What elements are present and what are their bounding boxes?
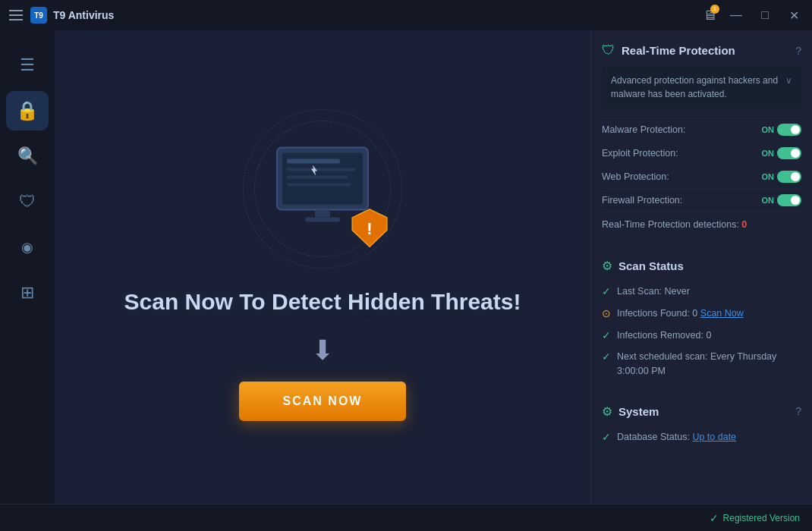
realtime-title: Real-Time Protection: [622, 44, 735, 57]
exploit-state: ON: [762, 149, 775, 158]
next-scan-text: Next scheduled scan: Every Thursday 3:00…: [617, 350, 801, 379]
notification-button[interactable]: 🖥 1: [703, 8, 716, 24]
infections-found-row: ⊙ Infections Found: 0 Scan Now: [602, 303, 801, 325]
infections-removed-icon: ✓: [602, 329, 611, 341]
close-button[interactable]: ✕: [785, 6, 803, 24]
app-title: T9 Antivirus: [53, 9, 114, 21]
app-logo: T9 T9 Antivirus: [30, 7, 114, 24]
firewall-label: Firewall Protection:: [602, 195, 682, 206]
svg-rect-2: [287, 159, 340, 164]
web-toggle[interactable]: ON: [762, 171, 802, 183]
sidebar-item-protection[interactable]: 🔒: [6, 91, 49, 130]
system-help-icon[interactable]: ?: [795, 405, 801, 417]
system-icon: ⚙: [602, 404, 612, 419]
main-layout: ☰ 🔒 🔍 🛡 ◉ ⊞: [0, 30, 812, 504]
db-status-row: ✓ Database Status: Up to date: [602, 426, 801, 448]
monitor-illustration: !: [231, 113, 414, 265]
bottom-bar: ✓ Registered Version: [0, 504, 812, 531]
svg-rect-8: [305, 218, 340, 222]
shield-warning-icon: !: [349, 208, 391, 250]
web-label: Web Protection:: [602, 171, 669, 182]
malware-label: Malware Protection:: [602, 124, 685, 135]
malware-toggle[interactable]: ON: [762, 124, 802, 136]
divider-1: [602, 247, 801, 248]
realtime-title-row: 🛡 Real-Time Protection: [602, 42, 735, 58]
scan-now-button[interactable]: SCAN NOW: [239, 382, 406, 421]
web-switch[interactable]: [777, 171, 801, 183]
firewall-toggle[interactable]: ON: [762, 194, 802, 206]
shield-check-icon: 🛡: [19, 192, 36, 212]
web-protection-row: Web Protection: ON: [602, 165, 801, 188]
scan-icon: ⚙: [602, 259, 612, 273]
exploit-label: Exploit Protection:: [602, 148, 678, 159]
notification-badge: 1: [710, 5, 719, 14]
malware-protection-row: Malware Protection: ON: [602, 118, 801, 141]
chevron-down-icon[interactable]: ∨: [785, 74, 792, 87]
malware-switch[interactable]: [777, 124, 801, 136]
system-title-row: ⚙ System: [602, 404, 659, 419]
logo-badge: T9: [30, 7, 47, 24]
main-headline: Scan Now To Detect Hidden Threats!: [124, 287, 521, 316]
svg-rect-4: [287, 176, 348, 179]
last-scan-row: ✓ Last Scan: Never: [602, 281, 801, 303]
last-scan-check-icon: ✓: [602, 285, 611, 297]
content-wrapper: ☰ 🔒 🔍 🛡 ◉ ⊞: [0, 30, 812, 531]
system-title: System: [618, 405, 659, 418]
menu-icon[interactable]: [9, 10, 23, 20]
detections-row: Real-Time Protection detections: 0: [602, 212, 801, 237]
next-scan-row: ✓ Next scheduled scan: Every Thursday 3:…: [602, 346, 801, 382]
db-status-text: Database Status: Up to date: [617, 430, 736, 445]
scan-title-row: ⚙ Scan Status: [602, 259, 684, 273]
svg-text:!: !: [367, 219, 372, 238]
realtime-help-icon[interactable]: ?: [795, 45, 801, 57]
exploit-switch[interactable]: [777, 147, 801, 159]
last-scan-text: Last Scan: Never: [617, 284, 690, 299]
maximize-button[interactable]: □: [756, 6, 774, 24]
firewall-switch[interactable]: [777, 194, 801, 206]
sidebar-item-web[interactable]: ◉: [6, 228, 49, 267]
grid-icon: ⊞: [20, 283, 34, 303]
exploit-protection-row: Exploit Protection: ON: [602, 141, 801, 165]
malware-state: ON: [762, 125, 775, 134]
registered-version: ✓ Registered Version: [710, 512, 800, 524]
arrow-down-icon: ⬇: [311, 335, 334, 366]
infections-removed-text: Infections Removed: 0: [617, 328, 711, 343]
minimize-button[interactable]: —: [727, 6, 745, 24]
title-bar-right: 🖥 1 — □ ✕: [703, 6, 803, 24]
realtime-shield-icon: 🛡: [602, 42, 615, 58]
sidebar-item-shield[interactable]: 🛡: [6, 182, 49, 222]
center-content: ! Scan Now To Detect Hidden Threats! ⬇ S…: [55, 30, 590, 504]
menu-icon: ☰: [20, 55, 35, 75]
infections-found-text: Infections Found: 0 Scan Now: [617, 306, 744, 321]
firewall-protection-row: Firewall Protection: ON: [602, 188, 801, 212]
scan-now-link[interactable]: Scan Now: [700, 308, 744, 319]
svg-rect-3: [287, 168, 355, 171]
next-scan-icon: ✓: [602, 350, 611, 363]
infections-removed-row: ✓ Infections Removed: 0: [602, 325, 801, 347]
svg-rect-7: [315, 210, 330, 218]
search-icon: 🔍: [17, 146, 38, 166]
svg-rect-5: [287, 184, 351, 187]
web-state: ON: [762, 172, 775, 181]
sidebar-item-apps[interactable]: ⊞: [6, 273, 49, 313]
registered-check-icon: ✓: [710, 512, 719, 524]
db-status-link[interactable]: Up to date: [692, 432, 736, 442]
firewall-state: ON: [762, 196, 775, 205]
sidebar: ☰ 🔒 🔍 🛡 ◉ ⊞: [0, 30, 55, 504]
registered-label: Registered Version: [723, 513, 800, 523]
exploit-toggle[interactable]: ON: [762, 147, 802, 159]
system-section-header: ⚙ System ?: [602, 404, 801, 419]
scan-status-header: ⚙ Scan Status: [602, 259, 801, 273]
sidebar-item-scan[interactable]: 🔍: [6, 137, 49, 176]
scan-status-title: Scan Status: [618, 259, 684, 272]
lock-icon: 🔒: [16, 100, 39, 121]
infections-warn-icon: ⊙: [602, 307, 611, 319]
title-bar: T9 T9 Antivirus 🖥 1 — □ ✕: [0, 0, 812, 30]
db-status-icon: ✓: [602, 431, 611, 443]
right-panel: 🛡 Real-Time Protection ? Advanced protec…: [590, 30, 812, 504]
divider-2: [602, 393, 801, 394]
realtime-section-header: 🛡 Real-Time Protection ?: [602, 42, 801, 58]
prot-desc-text: Advanced protection against hackers and …: [611, 74, 781, 101]
sidebar-item-menu[interactable]: ☰: [6, 46, 49, 85]
eye-icon: ◉: [21, 239, 33, 256]
